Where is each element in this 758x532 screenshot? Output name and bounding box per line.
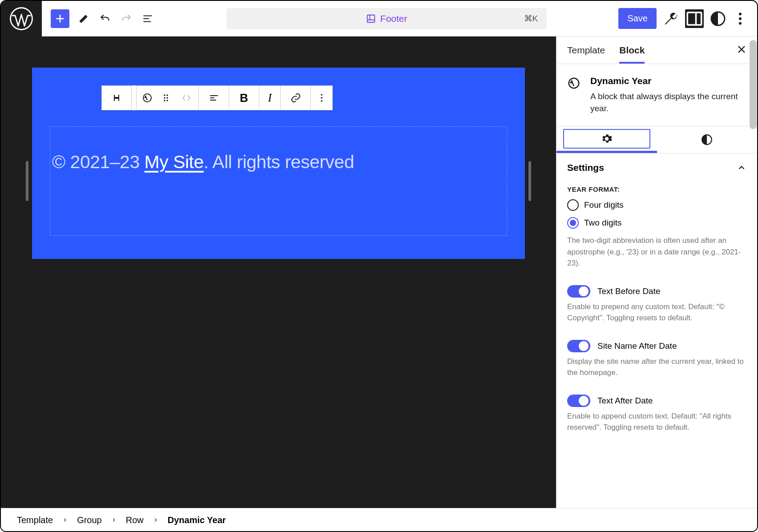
toggle-switch-icon: [567, 285, 590, 298]
year-format-label: YEAR FORMAT:: [567, 185, 746, 193]
footer-suffix-text: . All rights reserved: [204, 152, 354, 172]
drag-handle-icon[interactable]: [158, 85, 174, 110]
resize-handle-left[interactable]: [26, 161, 28, 201]
svg-rect-9: [687, 12, 702, 25]
move-arrows-icon[interactable]: [174, 85, 199, 110]
year-format-help: The two-digit abbreviation is often used…: [567, 235, 746, 269]
toggle-sitename-help: Display the site name after the current …: [567, 356, 746, 379]
block-title: Dynamic Year: [590, 76, 746, 86]
select-parent-button[interactable]: [101, 85, 132, 110]
tab-template[interactable]: Template: [567, 37, 605, 64]
svg-point-19: [166, 97, 168, 99]
chevron-right-icon: [153, 515, 159, 525]
block-type-icon[interactable]: [137, 85, 158, 110]
editor-canvas[interactable]: B I © 2021–23 My Site. All rights reserv…: [1, 36, 556, 508]
radio-checked-icon: [567, 217, 579, 229]
scrollbar[interactable]: [750, 40, 757, 129]
toggle-switch-icon: [567, 340, 590, 352]
save-button[interactable]: Save: [618, 8, 657, 29]
add-block-button[interactable]: [51, 9, 69, 28]
footer-prefix-text: © 2021–23: [52, 152, 145, 172]
toggle-text-after[interactable]: Text After Date: [567, 395, 746, 407]
breadcrumb-bar: Template Group Row Dynamic Year: [1, 508, 757, 532]
block-more-options[interactable]: [311, 85, 332, 110]
resize-handle-right[interactable]: [528, 161, 531, 201]
toggle-switch-icon: [567, 395, 590, 407]
svg-point-26: [321, 97, 323, 99]
template-name: Footer: [380, 13, 407, 24]
svg-point-14: [739, 22, 742, 24]
styles-icon[interactable]: [710, 11, 726, 27]
settings-sidebar: Template Block Dynamic Year A block that…: [556, 36, 757, 508]
svg-point-20: [164, 100, 165, 101]
radio-four-digits[interactable]: Four digits: [567, 199, 746, 211]
svg-point-18: [164, 97, 165, 99]
svg-point-16: [164, 94, 165, 96]
redo-icon[interactable]: [119, 12, 133, 26]
settings-panel-label: Settings: [567, 162, 604, 173]
radio-two-digits[interactable]: Two digits: [567, 217, 746, 229]
dynamic-year-icon: [567, 77, 581, 90]
svg-point-13: [739, 17, 742, 20]
close-sidebar-button[interactable]: [737, 44, 746, 56]
tab-block[interactable]: Block: [619, 37, 645, 64]
svg-point-0: [11, 8, 32, 29]
template-selector[interactable]: Footer ⌘K: [226, 8, 547, 29]
settings-sidebar-toggle[interactable]: [685, 9, 704, 28]
align-button[interactable]: [199, 85, 229, 110]
svg-rect-6: [367, 15, 375, 22]
footer-template-part[interactable]: B I © 2021–23 My Site. All rights reserv…: [32, 68, 525, 259]
toggle-sitename-after[interactable]: Site Name After Date: [567, 340, 746, 352]
more-options-icon[interactable]: [732, 11, 748, 27]
breadcrumb-item[interactable]: Row: [126, 515, 144, 525]
toggle-text-before-help: Enable to prepend any custom text. Defau…: [567, 301, 746, 324]
document-outline-icon[interactable]: [141, 12, 155, 26]
svg-point-21: [166, 100, 168, 101]
svg-point-17: [166, 94, 168, 96]
svg-point-12: [739, 12, 742, 15]
settings-panel-toggle[interactable]: Settings: [567, 162, 746, 173]
toggle-text-before[interactable]: Text Before Date: [567, 285, 746, 298]
block-description: A block that always displays the current…: [590, 91, 746, 114]
undo-icon[interactable]: [98, 12, 112, 26]
edit-icon[interactable]: [77, 12, 91, 26]
styles-tab-button[interactable]: [657, 126, 758, 153]
footer-site-link[interactable]: My Site: [145, 152, 204, 172]
breadcrumb-item[interactable]: Dynamic Year: [168, 515, 226, 525]
block-toolbar: B I: [101, 85, 333, 110]
gear-icon: [601, 133, 613, 145]
chevron-right-icon: [111, 515, 117, 525]
svg-point-27: [321, 100, 323, 102]
breadcrumb-item[interactable]: Template: [17, 515, 53, 525]
italic-button[interactable]: I: [259, 85, 281, 110]
settings-tab-button[interactable]: [556, 126, 657, 153]
paragraph-block[interactable]: © 2021–23 My Site. All rights reserved: [50, 126, 507, 236]
radio-icon: [567, 199, 579, 211]
tools-icon[interactable]: [663, 11, 679, 27]
wordpress-logo[interactable]: [1, 1, 42, 36]
toggle-text-after-help: Enable to append custom text. Default: "…: [567, 411, 746, 433]
link-button[interactable]: [281, 85, 311, 110]
chevron-right-icon: [62, 515, 68, 525]
contrast-icon: [701, 134, 713, 145]
breadcrumb-item[interactable]: Group: [77, 515, 102, 525]
chevron-up-icon: [737, 163, 746, 173]
layout-icon: [366, 14, 376, 24]
svg-point-25: [321, 94, 323, 96]
keyboard-shortcut: ⌘K: [524, 13, 538, 24]
bold-button[interactable]: B: [229, 85, 259, 110]
